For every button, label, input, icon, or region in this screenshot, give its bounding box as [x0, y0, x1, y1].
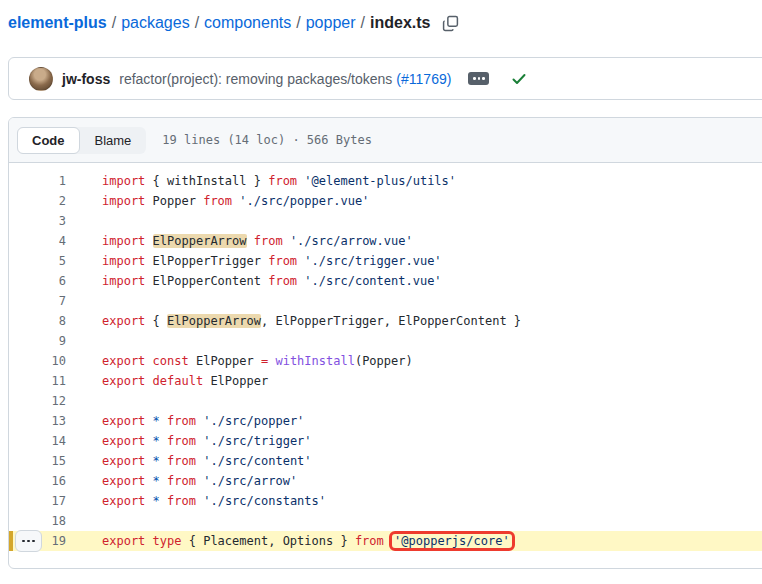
code-token: './src/popper' — [203, 414, 304, 428]
code-line: 14export * from './src/trigger' — [9, 431, 762, 451]
code-token: import — [102, 194, 145, 208]
code-line: 9 — [9, 331, 762, 351]
code-token — [145, 234, 152, 248]
code-token — [145, 454, 152, 468]
code-token: './src/trigger' — [203, 434, 311, 448]
code-token — [145, 434, 152, 448]
code-token: ElPopper — [189, 354, 261, 368]
code-token — [283, 234, 290, 248]
code-token: type — [153, 534, 182, 548]
line-number[interactable]: 15 — [9, 451, 66, 471]
code-token: export — [102, 354, 145, 368]
line-content: export * from './src/popper' — [66, 411, 304, 431]
code-line: 18 — [9, 511, 762, 531]
line-number[interactable]: 7 — [9, 291, 66, 311]
code-token: * — [153, 494, 160, 508]
code-token — [160, 474, 167, 488]
status-check-icon[interactable] — [511, 71, 527, 87]
copy-path-button[interactable] — [440, 13, 461, 34]
line-content: export * from './src/content' — [66, 451, 312, 471]
line-number[interactable]: 12 — [9, 391, 66, 411]
line-content: export * from './src/trigger' — [66, 431, 312, 451]
code-token: import — [102, 274, 145, 288]
code-token: export — [102, 534, 145, 548]
commit-author[interactable]: jw-foss — [62, 71, 110, 87]
tab-blame[interactable]: Blame — [80, 127, 147, 154]
code-token: { withInstall } — [145, 174, 268, 188]
line-number[interactable]: 18 — [9, 511, 66, 531]
code-token: from — [268, 174, 297, 188]
file-meta-info: 19 lines (14 loc) · 566 Bytes — [162, 133, 372, 147]
code-token: , ElPopperTrigger, ElPopperContent } — [261, 314, 521, 328]
code-token — [247, 234, 254, 248]
line-number[interactable]: 16 — [9, 471, 66, 491]
code-token: export — [102, 494, 145, 508]
code-token: from — [203, 194, 232, 208]
code-token: * — [153, 414, 160, 428]
line-number[interactable]: 3 — [9, 211, 66, 231]
line-number[interactable]: 9 — [9, 331, 66, 351]
line-number[interactable]: 6 — [9, 271, 66, 291]
code-token: from — [167, 474, 196, 488]
code-line: 17export * from './src/constants' — [9, 491, 762, 511]
code-line: 4import ElPopperArrow from './src/arrow.… — [9, 231, 762, 251]
code-token: '@element-plus/utils' — [304, 174, 456, 188]
copy-icon — [442, 15, 459, 32]
code-token: from — [268, 254, 297, 268]
pr-link[interactable]: (#11769) — [396, 71, 451, 87]
commit-message[interactable]: refactor(project): removing packages/tok… — [119, 71, 392, 87]
line-number[interactable]: 8 — [9, 311, 66, 331]
code-token: './src/content' — [203, 454, 311, 468]
code-token: import — [102, 174, 145, 188]
code-token — [160, 414, 167, 428]
tab-code[interactable]: Code — [17, 127, 80, 154]
line-content — [66, 331, 102, 351]
code-token: './src/arrow' — [203, 474, 297, 488]
line-content: export * from './src/arrow' — [66, 471, 297, 491]
code-line: 10export const ElPopper = withInstall(Po… — [9, 351, 762, 371]
avatar[interactable] — [29, 67, 53, 91]
code-token: * — [153, 454, 160, 468]
code-token: './src/arrow.vue' — [290, 234, 413, 248]
line-content — [66, 511, 102, 531]
code-token: from — [268, 274, 297, 288]
code-token: export — [102, 374, 145, 388]
breadcrumb-item-popper[interactable]: popper — [306, 14, 356, 31]
breadcrumb-item-element-plus[interactable]: element-plus — [8, 14, 107, 31]
line-number[interactable]: 14 — [9, 431, 66, 451]
code-token — [145, 534, 152, 548]
line-content — [66, 211, 102, 231]
code-token — [145, 354, 152, 368]
file-content-panel: Code Blame 19 lines (14 loc) · 566 Bytes… — [8, 117, 762, 569]
line-number[interactable]: 1 — [9, 171, 66, 191]
code-token: ElPopperArrow — [153, 234, 247, 248]
line-number[interactable]: 5 — [9, 251, 66, 271]
breadcrumb-item-components[interactable]: components — [204, 14, 291, 31]
code-token: './src/trigger.vue' — [304, 254, 441, 268]
code-token: './src/popper.vue' — [239, 194, 369, 208]
code-token: ElPopperTrigger — [145, 254, 268, 268]
code-token: export — [102, 314, 145, 328]
code-token: from — [254, 234, 283, 248]
line-number[interactable]: 11 — [9, 371, 66, 391]
breadcrumb-item-packages[interactable]: packages — [121, 14, 190, 31]
line-number[interactable]: 17 — [9, 491, 66, 511]
code-token: * — [153, 474, 160, 488]
line-number[interactable]: 4 — [9, 231, 66, 251]
breadcrumb-item-index.ts: index.ts — [370, 14, 430, 31]
code-line: 12 — [9, 391, 762, 411]
code-token — [160, 494, 167, 508]
line-content: export type { Placement, Options } from … — [66, 531, 513, 551]
code-token — [145, 414, 152, 428]
code-token: import — [102, 254, 145, 268]
code-token: export — [102, 414, 145, 428]
code-token: './src/constants' — [203, 494, 326, 508]
line-number[interactable]: 13 — [9, 411, 66, 431]
line-number[interactable]: 2 — [9, 191, 66, 211]
line-content: export default ElPopper — [66, 371, 268, 391]
line-actions-ellipsis-button[interactable] — [15, 530, 42, 552]
code-line: 13export * from './src/popper' — [9, 411, 762, 431]
code-token: default — [153, 374, 204, 388]
line-number[interactable]: 10 — [9, 351, 66, 371]
commit-message-ellipsis-button[interactable] — [468, 72, 489, 85]
